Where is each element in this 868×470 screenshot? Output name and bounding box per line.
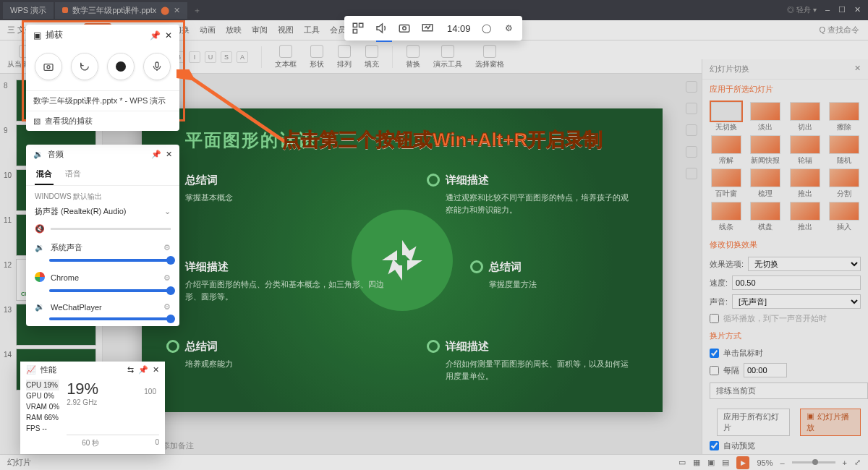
capture-gallery-link[interactable]: ▧查看我的捕获: [26, 111, 179, 131]
user-badge[interactable]: ◎ 轻舟 ▾: [787, 5, 817, 15]
audio-source[interactable]: Chrome⚙: [26, 268, 179, 288]
file-tab[interactable]: 数学三年级ppt课件.pptx ⬤ ✕: [55, 2, 187, 19]
volume-slider[interactable]: [49, 259, 171, 262]
settings-icon[interactable]: ⚙: [503, 22, 515, 35]
tab-animation[interactable]: 动画: [200, 25, 216, 35]
options-icon[interactable]: ⇆: [127, 365, 134, 375]
tool-present[interactable]: 演示工具: [433, 45, 462, 69]
loop-checkbox[interactable]: [710, 314, 719, 323]
rail-icon[interactable]: [686, 168, 697, 179]
tool-arrange[interactable]: 排列: [337, 45, 352, 69]
pin-icon[interactable]: 📌: [151, 150, 161, 159]
transition-淡出[interactable]: 淡出: [747, 102, 783, 132]
transition-推出[interactable]: 推出: [787, 168, 823, 199]
transition-线条[interactable]: 线条: [708, 202, 744, 232]
tab-review[interactable]: 审阅: [252, 25, 268, 35]
audio-panel[interactable]: 🔉 音频 📌 ✕ 混合 语音 WINDOWS 默认输出 扬声器 (Realtek…: [26, 145, 179, 326]
xbox-icon[interactable]: ◯: [481, 22, 493, 35]
screenshot-button[interactable]: [35, 53, 62, 80]
tab-view[interactable]: 视图: [278, 25, 294, 35]
tab-tools[interactable]: 工具: [304, 25, 320, 35]
panel-close-icon[interactable]: ✕: [854, 64, 861, 74]
start-recording-button[interactable]: [107, 53, 135, 80]
mute-icon[interactable]: 🔇: [35, 224, 45, 234]
slideshow-button[interactable]: ▶: [736, 456, 749, 469]
transition-百叶窗[interactable]: 百叶窗: [708, 168, 744, 199]
rail-icon[interactable]: [686, 124, 697, 136]
window-minimize[interactable]: –: [825, 5, 830, 15]
zoom-value[interactable]: 95%: [757, 458, 773, 467]
gear-icon[interactable]: ⚙: [163, 273, 171, 283]
performance-icon[interactable]: [421, 22, 434, 35]
view-reading-icon[interactable]: ▣: [707, 458, 715, 467]
every-checkbox[interactable]: [710, 366, 719, 375]
capture-icon[interactable]: [398, 22, 411, 35]
zoom-out[interactable]: –: [780, 458, 784, 467]
tab-slideshow[interactable]: 放映: [226, 25, 242, 35]
zoom-in[interactable]: +: [843, 458, 847, 467]
new-tab-button[interactable]: ＋: [193, 5, 201, 16]
gear-icon[interactable]: ⚙: [163, 302, 171, 312]
volume-slider[interactable]: [49, 289, 171, 292]
italic-button[interactable]: I: [189, 51, 200, 63]
tool-shapes[interactable]: 形状: [310, 45, 324, 69]
transition-溶解[interactable]: 溶解: [708, 135, 744, 166]
speed-input[interactable]: [732, 275, 861, 290]
chevron-down-icon[interactable]: ⌄: [164, 207, 171, 216]
pin-icon[interactable]: 📌: [150, 30, 161, 40]
transition-新闻快报[interactable]: 新闻快报: [747, 135, 783, 166]
rail-icon[interactable]: [686, 146, 697, 158]
tab-voice[interactable]: 语音: [64, 164, 82, 185]
tool-textbox[interactable]: 文本框: [275, 45, 297, 69]
capture-panel[interactable]: ▣ 捕获 📌 ✕ 数学三年级ppt课件.pptx * - WPS 演示 ▧查看我…: [26, 25, 179, 131]
transition-分割[interactable]: 分割: [826, 168, 862, 199]
audio-source[interactable]: 🔉WeChatPlayer⚙: [26, 298, 179, 316]
tab-close-icon[interactable]: ✕: [174, 6, 180, 15]
record-last-button[interactable]: [71, 53, 98, 80]
underline-button[interactable]: U: [205, 51, 216, 63]
mic-button[interactable]: [143, 53, 171, 80]
transition-切出[interactable]: 切出: [787, 102, 823, 132]
apply-all-button[interactable]: 应用于所有幻灯片: [717, 409, 790, 436]
view-normal-icon[interactable]: ▭: [678, 458, 686, 467]
transition-插入[interactable]: 插入: [826, 202, 862, 232]
transition-轮辐[interactable]: 轮辐: [787, 135, 823, 166]
strike-button[interactable]: S: [221, 51, 232, 63]
fontcolor-button[interactable]: A: [237, 51, 248, 63]
rail-icon[interactable]: [686, 103, 697, 114]
onclick-checkbox[interactable]: [710, 349, 719, 358]
transition-推出[interactable]: 推出: [787, 202, 823, 232]
sound-select[interactable]: [无声音]: [732, 294, 861, 309]
volume-slider[interactable]: [49, 317, 171, 320]
audio-icon[interactable]: [375, 22, 388, 35]
transition-擦除[interactable]: 擦除: [826, 102, 862, 132]
tab-mix[interactable]: 混合: [35, 164, 54, 185]
close-icon[interactable]: ✕: [166, 150, 172, 159]
widgets-icon[interactable]: [352, 22, 365, 35]
transition-无切换[interactable]: 无切换: [708, 102, 744, 132]
view-sorter-icon[interactable]: ▦: [693, 458, 700, 467]
rail-icon[interactable]: [686, 81, 697, 93]
tool-fill[interactable]: 填充: [365, 45, 379, 69]
tool-replace[interactable]: 替换: [406, 45, 420, 69]
gear-icon[interactable]: ⚙: [163, 243, 171, 252]
audio-source[interactable]: 🔉系统声音⚙: [26, 238, 179, 257]
search-box[interactable]: Q 查找命令: [819, 25, 859, 35]
pin-icon[interactable]: 📌: [138, 365, 148, 375]
window-maximize[interactable]: ☐: [838, 5, 846, 15]
view-notes-icon[interactable]: ▤: [722, 458, 729, 467]
performance-panel[interactable]: 📈 性能 ⇆ 📌 ✕ CPU 19% GPU 0% VRAM 0% RAM 66…: [20, 362, 165, 454]
tool-selectpane[interactable]: 选择窗格: [475, 45, 504, 69]
transition-梳理[interactable]: 梳理: [747, 168, 783, 199]
transition-随机[interactable]: 随机: [826, 135, 862, 166]
autopreview-checkbox[interactable]: [710, 441, 719, 450]
every-input[interactable]: [744, 363, 787, 377]
effect-select[interactable]: 无切换: [748, 257, 861, 271]
transition-棋盘[interactable]: 棋盘: [747, 202, 783, 232]
window-close[interactable]: ✕: [854, 5, 861, 15]
close-icon[interactable]: ✕: [153, 365, 159, 375]
audio-device-row[interactable]: 扬声器 (Realtek(R) Audio) ⌄: [26, 203, 179, 223]
fit-icon[interactable]: ⤢: [854, 458, 861, 467]
rehearse-button[interactable]: 排练当前页: [710, 383, 868, 399]
play-transition-button[interactable]: ▣ 幻灯片播放: [800, 409, 861, 436]
